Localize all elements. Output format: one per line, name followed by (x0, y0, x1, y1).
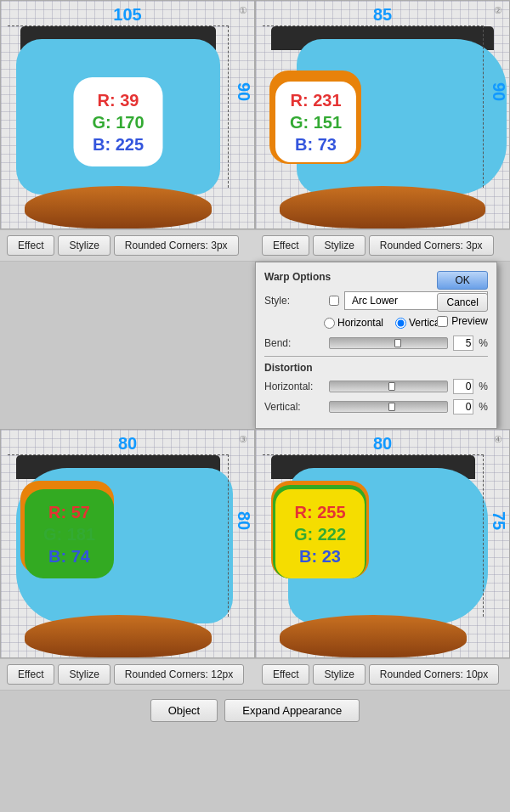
stylize-btn-3[interactable]: Stylize (58, 664, 110, 685)
dim-top-4: 80 (373, 434, 392, 454)
panel4-b: B: 23 (294, 545, 346, 567)
bend-value[interactable] (453, 336, 473, 351)
effect-btn-2[interactable]: Effect (262, 235, 309, 256)
style-checkbox[interactable] (329, 296, 339, 306)
object-button[interactable]: Object (150, 699, 218, 722)
panel-number-4: ④ (494, 434, 502, 445)
bend-percent: % (479, 337, 488, 349)
vertical-radio[interactable] (395, 318, 406, 329)
horizontal-radio-label[interactable]: Horizontal (324, 317, 383, 329)
dim-right-3: 80 (233, 511, 252, 530)
effect-btn-4[interactable]: Effect (262, 664, 309, 685)
bend-slider[interactable] (329, 337, 448, 349)
h-dist-value[interactable] (453, 379, 473, 394)
cancel-button[interactable]: Cancel (437, 293, 488, 312)
panel1-g: G: 170 (92, 111, 144, 133)
panel2-r: R: 231 (290, 89, 342, 111)
h-dist-percent: % (479, 381, 488, 392)
stylize-btn-4[interactable]: Stylize (313, 664, 365, 685)
v-dist-value[interactable] (453, 399, 473, 414)
panel-number-2: ② (494, 5, 502, 16)
panel1-r: R: 39 (92, 89, 144, 111)
corners-label-2: Rounded Corners: 3px (369, 235, 494, 256)
horizontal-radio[interactable] (324, 318, 335, 329)
panel2-b: B: 73 (290, 133, 342, 155)
v-dist-label: Vertical: (264, 401, 324, 413)
preview-checkbox-label[interactable]: Preview (437, 315, 488, 327)
toolbar-1: Effect Stylize Rounded Corners: 3px (0, 229, 255, 262)
style-label: Style: (264, 295, 324, 307)
h-dist-label: Horizontal: (264, 381, 324, 392)
panel-number-3: ③ (239, 434, 247, 445)
dim-right-4: 75 (488, 511, 507, 530)
bottom-toolbar: Object Expand Appearance (0, 691, 510, 730)
dim-right-1: 90 (233, 82, 252, 101)
panel3-b: B: 74 (43, 545, 95, 567)
warp-options-dialog: Warp Options Style: Arc Lower Horizont (255, 262, 497, 429)
panel-number-1: ① (239, 5, 247, 16)
toolbar-2: Effect Stylize Rounded Corners: 3px (255, 229, 510, 262)
panel2-g: G: 151 (290, 111, 342, 133)
toolbar-3: Effect Stylize Rounded Corners: 12px (0, 658, 255, 691)
panel4-r: R: 255 (294, 501, 346, 523)
corners-label-3: Rounded Corners: 12px (114, 664, 244, 685)
stylize-btn-1[interactable]: Stylize (58, 235, 110, 256)
vertical-radio-label[interactable]: Vertical (395, 317, 442, 329)
panel1-b: B: 225 (92, 133, 144, 155)
preview-checkbox[interactable] (437, 316, 448, 327)
stylize-btn-2[interactable]: Stylize (313, 235, 365, 256)
effect-btn-1[interactable]: Effect (7, 235, 54, 256)
corners-label-4: Rounded Corners: 10px (369, 664, 499, 685)
dim-right-2: 90 (488, 82, 507, 101)
panel3-r: R: 57 (43, 501, 95, 523)
dim-top-1: 105 (113, 5, 141, 25)
panel4-g: G: 222 (294, 523, 346, 545)
distortion-title: Distortion (264, 362, 488, 374)
effect-btn-3[interactable]: Effect (7, 664, 54, 685)
v-dist-slider[interactable] (329, 401, 448, 413)
dim-top-3: 80 (118, 434, 137, 454)
expand-appearance-button[interactable]: Expand Appearance (224, 699, 360, 722)
panel3-g: G: 181 (43, 523, 95, 545)
corners-label-1: Rounded Corners: 3px (114, 235, 239, 256)
dim-top-2: 85 (373, 5, 392, 25)
ok-button[interactable]: OK (437, 271, 488, 290)
v-dist-percent: % (479, 401, 488, 413)
h-dist-slider[interactable] (329, 381, 448, 392)
toolbar-4: Effect Stylize Rounded Corners: 10px (255, 658, 510, 691)
bend-label: Bend: (264, 337, 324, 349)
